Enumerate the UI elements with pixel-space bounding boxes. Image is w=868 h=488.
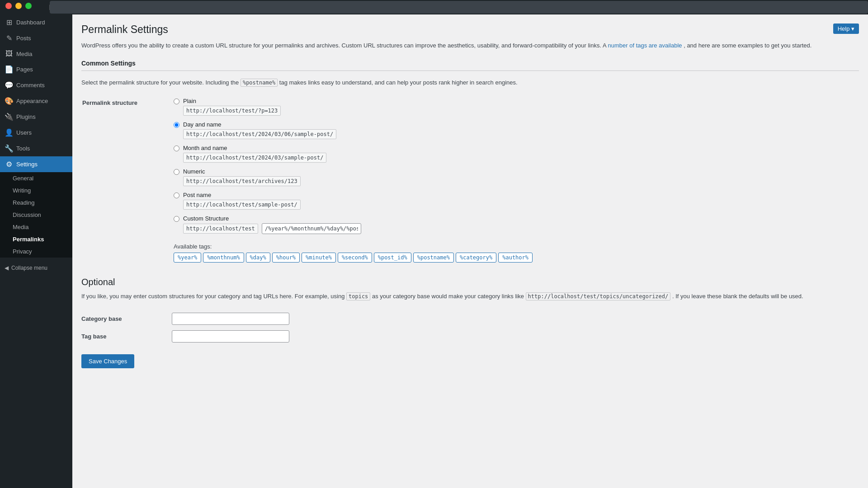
page-description: WordPress offers you the ability to crea… bbox=[81, 41, 859, 51]
submenu-item-reading[interactable]: Reading bbox=[0, 197, 72, 209]
tag-author[interactable]: %author% bbox=[498, 253, 533, 263]
submenu-item-discussion[interactable]: Discussion bbox=[0, 209, 72, 221]
label-month-and-name[interactable]: Month and name bbox=[183, 145, 326, 151]
radio-plain[interactable] bbox=[174, 99, 179, 104]
sidebar-item-settings[interactable]: ⚙ Settings bbox=[0, 156, 72, 172]
label-plain[interactable]: Plain bbox=[183, 98, 281, 104]
tags-list: %year% %monthnum% %day% %hour% %minute% … bbox=[174, 253, 858, 263]
save-changes-button[interactable]: Save Changes bbox=[81, 354, 134, 368]
sidebar-item-label: Posts bbox=[16, 35, 31, 42]
custom-structure-row: http://localhost/test bbox=[183, 223, 361, 234]
option-day-and-name: Day and name http://localhost/test/2024/… bbox=[174, 121, 858, 139]
permalink-structure-row: Permalink structure Plain http://localho… bbox=[82, 98, 858, 263]
radio-post-name[interactable] bbox=[174, 192, 179, 198]
radio-month-and-name[interactable] bbox=[174, 145, 179, 151]
sidebar-item-label: Users bbox=[16, 129, 32, 136]
submenu-item-media[interactable]: Media bbox=[0, 221, 72, 233]
tag-monthnum[interactable]: %monthnum% bbox=[203, 253, 244, 263]
media-icon: 🖼 bbox=[5, 50, 14, 58]
radio-numeric[interactable] bbox=[174, 169, 179, 175]
label-custom-structure[interactable]: Custom Structure bbox=[183, 215, 361, 222]
sidebar-item-media[interactable]: 🖼 Media bbox=[0, 46, 72, 61]
sidebar-item-label: Appearance bbox=[16, 98, 48, 104]
tag-year[interactable]: %year% bbox=[174, 253, 201, 263]
collapse-label: Collapse menu bbox=[11, 265, 47, 271]
label-day-and-name[interactable]: Day and name bbox=[183, 121, 336, 128]
sidebar-item-comments[interactable]: 💬 Comments bbox=[0, 77, 72, 93]
available-tags-label: Available tags: bbox=[174, 243, 858, 250]
option-plain: Plain http://localhost/test/?p=123 bbox=[174, 98, 858, 116]
sidebar-item-posts[interactable]: ✎ Posts bbox=[0, 30, 72, 46]
permalink-structure-description: Select the permalink structure for your … bbox=[81, 78, 859, 88]
radio-custom-structure[interactable] bbox=[174, 216, 179, 222]
url-example-code: http://localhost/test/topics/uncategoriz… bbox=[526, 292, 671, 300]
tools-icon: 🔧 bbox=[5, 144, 14, 153]
main-content: Help ▾ Permalink Settings WordPress offe… bbox=[72, 14, 868, 488]
url-day-and-name: http://localhost/test/2024/03/06/sample-… bbox=[183, 129, 336, 139]
sidebar-item-label: Plugins bbox=[16, 113, 36, 120]
permalink-options: Plain http://localhost/test/?p=123 Day a… bbox=[174, 98, 858, 234]
sidebar-menu: ⊞ Dashboard ✎ Posts 🖼 Media 📄 Pages 💬 Co… bbox=[0, 14, 72, 172]
submenu-item-privacy[interactable]: Privacy bbox=[0, 245, 72, 258]
tag-day[interactable]: %day% bbox=[246, 253, 270, 263]
settings-submenu: General Writing Reading Discussion Media… bbox=[0, 172, 72, 258]
option-month-and-name: Month and name http://localhost/test/202… bbox=[174, 145, 858, 163]
traffic-light-yellow[interactable] bbox=[15, 3, 22, 9]
submenu-item-permalinks[interactable]: Permalinks bbox=[0, 233, 72, 245]
help-label: Help ▾ bbox=[838, 25, 854, 32]
sidebar-item-users[interactable]: 👤 Users bbox=[0, 125, 72, 141]
tag-postname[interactable]: %postname% bbox=[413, 253, 454, 263]
topics-code: topics bbox=[346, 292, 370, 300]
tag-category[interactable]: %category% bbox=[456, 253, 496, 263]
option-numeric: Numeric http://localhost/test/archives/1… bbox=[174, 168, 858, 186]
settings-icon: ⚙ bbox=[5, 160, 14, 169]
sidebar-item-label: Comments bbox=[16, 82, 45, 89]
radio-day-and-name[interactable] bbox=[174, 122, 179, 128]
tag-minute[interactable]: %minute% bbox=[302, 253, 336, 263]
sidebar-item-appearance[interactable]: 🎨 Appearance bbox=[0, 93, 72, 109]
traffic-lights bbox=[5, 3, 32, 9]
sidebar-item-pages[interactable]: 📄 Pages bbox=[0, 61, 72, 77]
category-base-input[interactable] bbox=[172, 313, 289, 325]
url-post-name: http://localhost/test/sample-post/ bbox=[183, 200, 301, 210]
option-post-name: Post name http://localhost/test/sample-p… bbox=[174, 192, 858, 210]
sidebar-item-plugins[interactable]: 🔌 Plugins bbox=[0, 109, 72, 125]
pages-icon: 📄 bbox=[5, 65, 14, 74]
permalink-options-cell: Plain http://localhost/test/?p=123 Day a… bbox=[174, 98, 858, 263]
available-tags-section: Available tags: %year% %monthnum% %day% … bbox=[174, 243, 858, 263]
tag-post-id[interactable]: %post_id% bbox=[374, 253, 411, 263]
submenu-item-general[interactable]: General bbox=[0, 172, 72, 184]
label-post-name[interactable]: Post name bbox=[183, 192, 301, 198]
appearance-icon: 🎨 bbox=[5, 97, 14, 105]
url-plain: http://localhost/test/?p=123 bbox=[183, 106, 281, 116]
tag-hour[interactable]: %hour% bbox=[272, 253, 300, 263]
permalink-structure-table: Permalink structure Plain http://localho… bbox=[81, 97, 859, 263]
page-title: Permalink Settings bbox=[81, 23, 859, 36]
custom-structure-base-url: http://localhost/test bbox=[183, 224, 258, 234]
submenu-item-writing[interactable]: Writing bbox=[0, 184, 72, 197]
sidebar-item-label: Dashboard bbox=[16, 19, 45, 26]
sidebar-item-tools[interactable]: 🔧 Tools bbox=[0, 141, 72, 156]
url-numeric: http://localhost/test/archives/123 bbox=[183, 176, 301, 186]
optional-form-table: Category base Tag base bbox=[81, 310, 859, 345]
traffic-light-green[interactable] bbox=[25, 3, 32, 9]
help-button[interactable]: Help ▾ bbox=[833, 23, 859, 34]
label-numeric[interactable]: Numeric bbox=[183, 168, 301, 175]
optional-section: Optional If you like, you may enter cust… bbox=[81, 277, 859, 346]
sidebar-item-dashboard[interactable]: ⊞ Dashboard bbox=[0, 14, 72, 30]
custom-structure-input[interactable] bbox=[262, 223, 361, 234]
posts-icon: ✎ bbox=[5, 34, 14, 42]
url-input[interactable] bbox=[53, 4, 864, 10]
traffic-light-red[interactable] bbox=[5, 3, 12, 9]
collapse-menu-button[interactable]: ◀ Collapse menu bbox=[0, 261, 72, 275]
tags-available-link[interactable]: number of tags are available bbox=[608, 42, 682, 49]
tag-base-input[interactable] bbox=[172, 330, 289, 343]
tag-second[interactable]: %second% bbox=[338, 253, 372, 263]
category-base-label: Category base bbox=[81, 315, 122, 322]
dashboard-icon: ⊞ bbox=[5, 18, 14, 27]
sidebar-item-label: Pages bbox=[16, 66, 33, 73]
sidebar: ⊞ Dashboard ✎ Posts 🖼 Media 📄 Pages 💬 Co… bbox=[0, 14, 72, 488]
option-custom-structure: Custom Structure http://localhost/test bbox=[174, 215, 858, 234]
url-month-and-name: http://localhost/test/2024/03/sample-pos… bbox=[183, 153, 326, 163]
address-bar bbox=[50, 1, 868, 14]
